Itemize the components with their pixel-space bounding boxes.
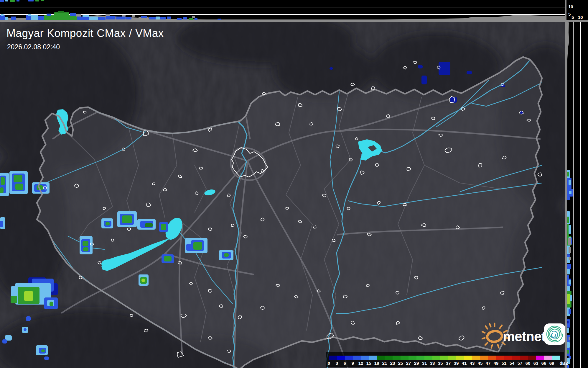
dbz-colorbar-cells <box>329 356 560 360</box>
radar-cell <box>47 14 51 16</box>
right-axis-tick-5: 5 <box>571 15 574 20</box>
radar-cell <box>501 84 505 87</box>
dbz-cell <box>432 356 440 360</box>
dbz-label: 37 <box>444 361 452 366</box>
radar-cell <box>189 18 193 20</box>
radar-cell <box>17 0 19 1</box>
dbz-cell <box>504 356 512 360</box>
radar-cell <box>83 247 88 251</box>
radar-cell <box>15 184 23 190</box>
dbz-cell <box>512 356 520 360</box>
radar-cell <box>69 15 77 20</box>
radar-cell <box>450 97 457 103</box>
radar-cell <box>122 15 126 17</box>
top-axis-tick-5: 5 <box>568 12 571 17</box>
radar-cell <box>167 17 171 19</box>
radar-cell <box>41 349 45 352</box>
radar-cell <box>183 17 187 19</box>
radar-cell <box>418 65 423 68</box>
radar-cell <box>569 257 571 260</box>
radar-cell <box>567 264 571 269</box>
page-title: Magyar Kompozit CMax / VMax <box>6 27 164 40</box>
radar-cell <box>70 13 76 16</box>
timestamp: 2026.02.08 02:40 <box>7 43 60 51</box>
radar-cell <box>177 18 182 20</box>
dbz-label: 35 <box>436 361 444 366</box>
dbz-cell <box>440 356 448 360</box>
radar-cell <box>132 15 135 17</box>
dbz-cell <box>401 356 409 360</box>
radar-cell <box>10 0 15 2</box>
dbz-label: 47 <box>484 361 492 366</box>
radar-cell <box>156 17 160 19</box>
dbz-label: 60 <box>524 361 532 366</box>
dbz-label: 23 <box>388 361 397 366</box>
dbz-cell <box>416 356 424 360</box>
radar-cell <box>44 356 49 360</box>
radar-cell <box>195 18 197 20</box>
radar-cell <box>41 0 44 1</box>
radar-cell <box>160 17 166 19</box>
radar-cell <box>439 62 450 75</box>
radar-cell <box>569 309 571 314</box>
dbz-cell <box>337 356 345 360</box>
dbz-colorbar: 0369121518212325272931333537394143454749… <box>326 352 564 367</box>
radar-cell <box>0 15 5 20</box>
radar-cell <box>224 253 229 257</box>
dbz-label: 3 <box>333 361 341 366</box>
radar-cell <box>569 280 571 284</box>
dbz-cell <box>329 356 337 360</box>
dbz-cell <box>424 356 432 360</box>
dbz-label: 39 <box>452 361 460 366</box>
radar-cell <box>567 350 569 354</box>
dbz-label: 49 <box>492 361 500 366</box>
dbz-cell <box>552 356 560 360</box>
radar-app-window: { "meta": { "title": "Magyar Kompozit CM… <box>0 0 588 368</box>
dbz-cell <box>544 356 552 360</box>
radar-cell <box>141 16 147 18</box>
radar-cell <box>83 15 89 17</box>
radar-cell <box>567 172 569 176</box>
radar-cell <box>145 223 153 227</box>
radar-cell <box>1 14 4 16</box>
radar-cell <box>1 177 5 185</box>
radar-cell <box>58 11 64 13</box>
dbz-label: 43 <box>468 361 476 366</box>
metnet-logo: metnet <box>482 321 568 349</box>
dbz-label: 29 <box>412 361 421 366</box>
radar-cell <box>193 242 202 250</box>
radar-cell <box>24 291 33 301</box>
dbz-label: 9 <box>349 361 357 366</box>
radar-cell <box>569 225 571 234</box>
radar-cell <box>5 0 8 1</box>
radar-cell <box>38 16 45 20</box>
dbz-label: 21 <box>381 361 389 366</box>
dbz-cell <box>353 356 361 360</box>
radar-cell <box>569 180 571 185</box>
dbz-label: 12 <box>357 361 365 366</box>
vertical-separator <box>565 0 566 368</box>
dbz-cell <box>345 356 353 360</box>
radar-cell <box>2 339 7 344</box>
radar-cell <box>218 19 221 20</box>
radar-cell <box>330 67 333 70</box>
radar-cell <box>567 197 570 200</box>
radar-cell <box>0 0 4 2</box>
dbz-cell <box>456 356 464 360</box>
lake-balaton-sw-end <box>101 259 114 268</box>
radar-cell <box>89 17 98 20</box>
dbz-label: 25 <box>396 361 405 366</box>
radar-cell <box>567 286 570 292</box>
radar-cell <box>567 294 570 304</box>
dbz-cell <box>361 356 369 360</box>
radar-cell <box>106 222 110 225</box>
radar-cell <box>26 316 31 321</box>
dbz-cell <box>369 356 377 360</box>
radar-cell <box>161 224 166 230</box>
radar-cell <box>54 12 69 20</box>
radar-cell <box>116 17 126 19</box>
dbz-label: 27 <box>404 361 413 366</box>
radar-cell <box>14 175 22 182</box>
radar-cell <box>421 76 427 84</box>
radar-cell <box>44 15 54 20</box>
